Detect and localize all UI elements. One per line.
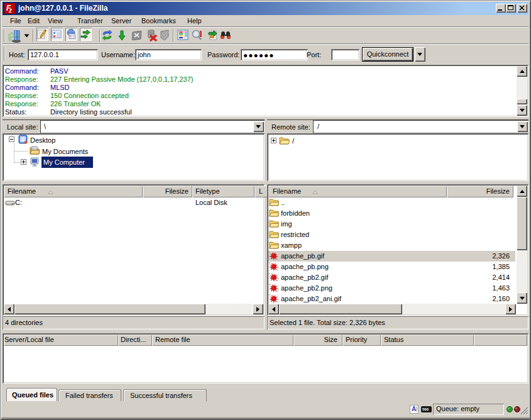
svg-text:z: z: [8, 7, 12, 14]
